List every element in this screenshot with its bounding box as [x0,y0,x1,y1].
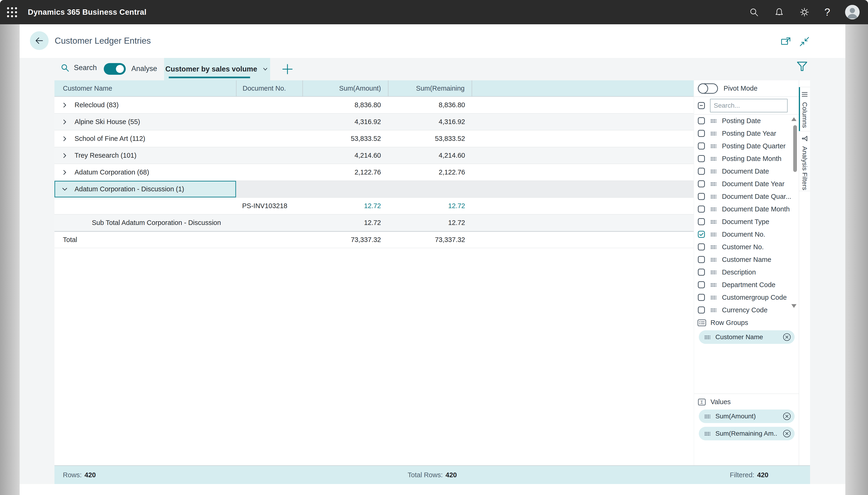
field-item[interactable]: Customergroup Code [694,291,799,304]
analyse-toggle[interactable] [104,63,126,75]
chevron-right-icon[interactable] [62,169,68,176]
table-row-group[interactable]: Alpine Ski House (55) 4,316.924,316.92 [54,114,694,130]
drag-handle-icon[interactable] [711,308,716,312]
chevron-down-icon[interactable] [62,186,68,192]
tab-analysis-filters[interactable]: Analysis Filters [799,131,810,191]
field-checkbox[interactable] [698,306,705,313]
group-cell[interactable]: Trey Research (101) [54,147,236,164]
field-item[interactable]: Document Date Month [694,203,799,216]
drag-handle-icon[interactable] [711,245,716,249]
back-button[interactable] [30,31,49,50]
drag-handle-icon[interactable] [711,207,716,211]
field-item[interactable]: Document Date [694,165,799,177]
analysis-tab-customer-by-sales-volume[interactable]: Customer by sales volume [164,58,270,80]
search-icon[interactable] [749,7,759,17]
chevron-right-icon[interactable] [62,152,68,159]
field-item[interactable]: Posting Date Year [694,127,799,140]
document-no-cell[interactable]: PS-INV103218 [236,198,302,214]
drag-handle-icon[interactable] [711,144,716,148]
pivot-mode-toggle[interactable] [698,83,718,94]
field-item[interactable]: Posting Date Quarter [694,140,799,152]
settings-gear-icon[interactable] [799,7,809,17]
field-checkbox[interactable] [698,130,705,137]
sum-amount-cell[interactable]: 12.72 [302,198,388,214]
drag-handle-icon[interactable] [711,169,716,173]
chevron-right-icon[interactable] [62,102,68,108]
table-row-group[interactable]: School of Fine Art (112) 53,833.5253,833… [54,130,694,147]
drag-handle-icon[interactable] [711,233,716,236]
field-item[interactable]: Posting Date Month [694,152,799,165]
app-launcher-icon[interactable] [7,7,17,17]
field-checkbox[interactable] [698,243,705,251]
search-button[interactable]: Search [60,63,97,72]
field-checkbox[interactable] [698,218,705,225]
field-item[interactable]: Customer No. [694,241,799,253]
group-cell[interactable]: Relecloud (83) [54,97,236,113]
user-avatar[interactable] [845,5,859,19]
field-item[interactable]: Currency Code [694,304,799,315]
column-header[interactable]: Sum(Amount) [302,80,388,96]
pill[interactable]: Customer Name [699,330,795,344]
field-search-input[interactable] [710,99,788,113]
group-cell[interactable]: Adatum Corporation - Discussion (1) [54,181,236,198]
field-checkbox[interactable] [698,180,705,187]
chevron-down-icon[interactable] [262,66,269,73]
table-row-total[interactable]: Total73,337.3273,337.32 [54,231,694,248]
pill[interactable]: Sum(Remaining Am... [699,427,795,440]
field-checkbox[interactable] [698,269,705,276]
column-header[interactable]: Document No. [236,80,302,96]
field-checkbox[interactable] [698,281,705,288]
field-checkbox[interactable] [698,256,705,263]
sum-remaining-cell[interactable]: 12.72 [388,198,472,214]
group-cell[interactable]: School of Fine Art (112) [54,130,236,147]
field-item[interactable]: Posting Date [694,115,799,127]
drag-handle-icon[interactable] [711,258,716,262]
drag-handle-icon[interactable] [711,220,716,224]
remove-icon[interactable] [783,429,791,438]
group-cell[interactable]: Adatum Corporation (68) [54,164,236,181]
remove-icon[interactable] [783,412,791,421]
drag-handle-icon[interactable] [704,335,710,339]
drag-handle-icon[interactable] [711,119,716,123]
table-row-subtotal[interactable]: Sub Total Adatum Corporation - Discussio… [54,215,694,231]
scroll-down-arrow-icon[interactable] [791,304,797,308]
field-item[interactable]: Customer Name [694,253,799,266]
field-item[interactable]: Description [694,266,799,278]
field-checkbox[interactable] [698,193,705,200]
notifications-bell-icon[interactable] [774,7,784,17]
table-row-group[interactable]: Relecloud (83) 8,836.808,836.80 [54,97,694,114]
drag-handle-icon[interactable] [711,182,716,186]
collapse-icon[interactable] [799,36,809,47]
chevron-right-icon[interactable] [62,136,68,142]
drag-handle-icon[interactable] [711,295,716,300]
field-item[interactable]: Document Date Year [694,177,799,190]
column-header[interactable]: Sum(Remaining [388,80,472,96]
table-row-group[interactable]: Trey Research (101) 4,214.604,214.60 [54,147,694,164]
add-analysis-tab-button[interactable] [281,62,295,76]
drag-handle-icon[interactable] [711,283,716,287]
filter-button[interactable] [797,61,808,72]
field-checkbox[interactable] [698,206,705,212]
field-item[interactable]: Document Date Quar... [694,190,799,203]
drag-handle-icon[interactable] [704,432,710,436]
remove-icon[interactable] [783,332,791,342]
select-all-checkbox[interactable] [698,102,705,109]
drag-handle-icon[interactable] [704,414,710,419]
scrollbar-thumb[interactable] [793,125,797,172]
field-item[interactable]: Department Code [694,278,799,291]
table-row-detail[interactable]: PS-INV10321812.7212.72 [54,198,694,215]
chevron-right-icon[interactable] [62,119,68,125]
tab-columns[interactable]: Columns [799,87,810,131]
drag-handle-icon[interactable] [711,132,716,136]
table-row-group[interactable]: Adatum Corporation - Discussion (1) [54,181,694,198]
column-header[interactable]: Customer Name [54,80,236,96]
open-in-new-window-icon[interactable] [781,36,791,47]
group-cell[interactable]: Alpine Ski House (55) [54,114,236,130]
drag-handle-icon[interactable] [711,157,716,161]
field-checkbox[interactable] [698,155,705,162]
field-checkbox[interactable] [698,231,705,238]
field-checkbox[interactable] [698,117,705,124]
drag-handle-icon[interactable] [711,270,716,274]
pill[interactable]: Sum(Amount) [699,410,795,423]
field-item[interactable]: Document No. [694,228,799,241]
